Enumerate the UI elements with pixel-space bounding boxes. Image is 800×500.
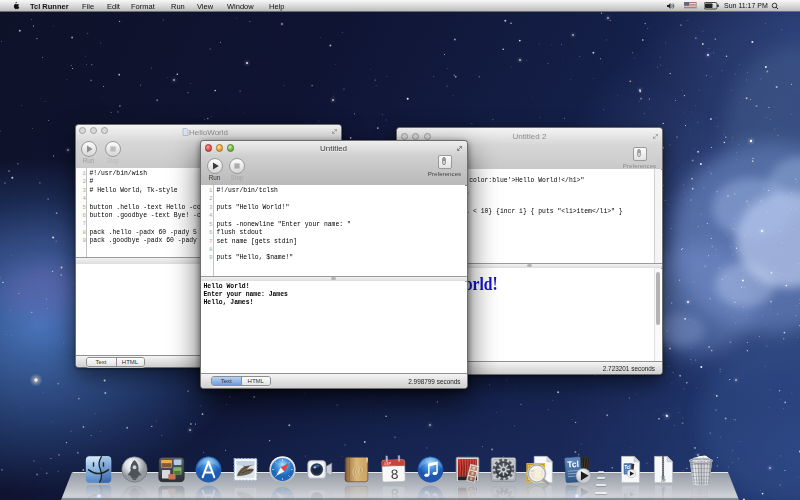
svg-text:8: 8 — [390, 467, 398, 482]
svg-text:ZIP: ZIP — [661, 479, 666, 483]
svg-text:SEP: SEP — [384, 461, 392, 465]
svg-text:@: @ — [352, 462, 364, 477]
svg-text:Tcl: Tcl — [624, 465, 630, 470]
svg-text:@: @ — [352, 492, 364, 500]
svg-text:Tcl: Tcl — [567, 459, 579, 470]
svg-text:ZIP: ZIP — [661, 485, 666, 489]
svg-text:8: 8 — [390, 486, 398, 500]
